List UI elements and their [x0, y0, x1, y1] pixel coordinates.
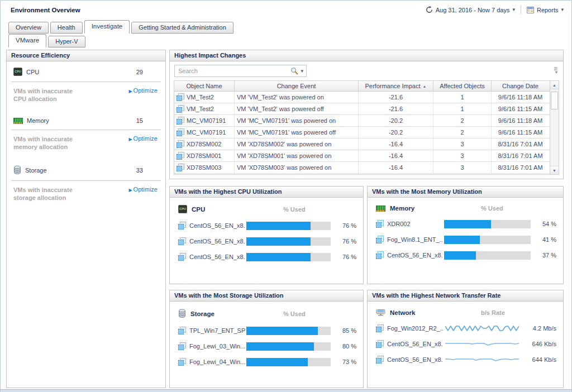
time-range-selector[interactable]: Aug 31, 2016 - Now 7 days ▾ — [426, 6, 515, 13]
column-header[interactable]: Change Event — [235, 81, 359, 91]
divider — [521, 6, 521, 14]
object-name: VM_Test2 — [187, 106, 214, 112]
transfer-rate-value: 644 Kb/s — [519, 356, 556, 363]
vm-name[interactable]: Fog_Win8.1_ENT_... — [387, 236, 443, 243]
change-event-cell: VM 'VM_Test2' was powered on — [235, 92, 359, 103]
sort-asc-icon: ▲ — [423, 84, 427, 88]
object-name: XD78SM002 — [187, 141, 221, 147]
vm-name[interactable]: Fog_Lewi_04_Win... — [189, 358, 245, 365]
tab-health[interactable]: Health — [50, 22, 83, 34]
change-event-cell: VM 'XD78SM003' was powered on — [235, 162, 359, 173]
vm-name[interactable]: XDR002 — [387, 221, 443, 227]
note-line: storage allocation — [13, 194, 128, 202]
performance-impact-cell: -16.4 — [359, 162, 433, 173]
usage-bar-fill — [246, 358, 308, 366]
environment-overview-page: Environment Overview Aug 31, 2016 - Now … — [0, 0, 572, 392]
panel-subheader: Storage % Used — [170, 302, 363, 323]
usage-bar-track — [246, 327, 331, 335]
vm-name[interactable]: CentOS_56_EN_x8... — [387, 252, 443, 259]
time-range-label: Aug 31, 2016 - Now 7 days — [436, 7, 510, 13]
column-header[interactable]: Change Date — [492, 81, 549, 91]
table-row[interactable]: VM_Test2VM 'VM_Test2' was powered on-21.… — [174, 92, 550, 103]
time-range-icon — [426, 6, 433, 13]
usage-bar-fill — [444, 251, 476, 260]
scroll-down-icon[interactable]: ▼ — [550, 166, 559, 174]
vm-icon — [376, 340, 384, 348]
metric-label: Memory — [27, 117, 132, 124]
tab-overview[interactable]: Overview — [8, 22, 49, 34]
column-header[interactable]: Affected Objects — [433, 81, 492, 91]
vertical-scrollbar[interactable]: ▲ ▼ — [550, 81, 559, 174]
vm-name[interactable]: CentOS_56_EN_x8... — [387, 356, 443, 363]
performance-impact-cell: -20.2 — [359, 127, 433, 138]
usage-bar-track — [444, 220, 531, 228]
optimize-link[interactable]: ▶Optimize — [128, 87, 159, 103]
reports-button[interactable]: Reports ▾ — [527, 7, 564, 13]
optimize-link[interactable]: ▶Optimize — [128, 135, 159, 151]
object-name-cell: VM_Test2 — [174, 103, 235, 114]
search-box[interactable]: ▾ — [174, 65, 307, 77]
chevron-down-icon: ▾ — [561, 7, 564, 12]
usage-value: 85 % — [336, 327, 356, 334]
vm-name[interactable]: TPL_Win7_ENT_SP... — [189, 327, 245, 334]
vm-icon — [178, 237, 186, 245]
search-icon[interactable] — [290, 67, 298, 75]
usage-bar-track — [444, 236, 531, 244]
tab-investigate[interactable]: Investigate — [84, 20, 130, 34]
top-bar: Environment Overview Aug 31, 2016 - Now … — [1, 1, 571, 21]
usage-bar-fill — [246, 253, 311, 261]
subtab-vmware[interactable]: VMware — [8, 34, 46, 47]
metric-label: CPU — [192, 206, 205, 213]
optimize-label: Optimize — [134, 87, 158, 94]
resource-metric-row: Storage33 — [7, 159, 165, 180]
search-input[interactable] — [178, 68, 288, 74]
vm-name[interactable]: Fog_Lewi_03_Win... — [189, 343, 245, 350]
table-customizer-icon[interactable]: ≡▾ — [554, 66, 557, 75]
change-event-cell: VM 'VM_Test2' was powered off — [235, 103, 359, 114]
table-row[interactable]: XD78SM003VM 'XD78SM003' was powered on-1… — [174, 162, 550, 174]
optimize-arrow-icon: ▶ — [128, 89, 132, 94]
vm-name[interactable]: Fog_Win2012_R2_... — [387, 325, 443, 332]
table-row[interactable]: XD78SM001VM 'XD78SM001' was powered on-1… — [174, 150, 550, 162]
table-row[interactable]: XD78SM002VM 'XD78SM002' was powered on-1… — [174, 138, 550, 150]
vm-name[interactable]: CentOS_56_EN_x8... — [189, 238, 245, 245]
vm-name[interactable]: CentOS_56_EN_x8... — [189, 254, 245, 260]
table-header-row: Object NameChange EventPerformance Impac… — [174, 81, 550, 92]
reports-label: Reports — [537, 7, 559, 13]
storage-icon — [13, 165, 21, 175]
scrollbar-track[interactable] — [550, 89, 559, 166]
vm-icon — [177, 140, 184, 148]
change-date-cell: 9/6/16 11:15 AM — [492, 127, 549, 138]
scroll-up-icon[interactable]: ▲ — [550, 81, 559, 89]
vm-name[interactable]: CentOS_56_EN_x8... — [189, 222, 245, 229]
column-header[interactable]: Performance Impact▲ — [359, 81, 433, 91]
storage-icon — [178, 309, 186, 318]
vm-icon — [178, 358, 186, 366]
transfer-sparkline — [445, 355, 519, 364]
panel-rows: Fog_Win2012_R2_...4.2 Mb/sCentOS_56_EN_x… — [368, 321, 563, 367]
optimize-link[interactable]: ▶Optimize — [128, 186, 159, 202]
subtab-hyper-v[interactable]: Hyper-V — [48, 36, 85, 47]
object-name: XD78SM001 — [187, 152, 221, 159]
reports-icon — [527, 7, 534, 13]
utilization-row: CentOS_56_EN_x8...76 % — [170, 218, 363, 233]
table-row[interactable]: MC_VM07191VM 'MC_VM07191' was powered on… — [174, 115, 550, 127]
vm-name[interactable]: CentOS_56_EN_x8... — [387, 341, 443, 347]
search-options-chevron-icon[interactable]: ▾ — [301, 69, 303, 74]
change-event-cell: VM 'MC_VM07191' was powered on — [235, 115, 359, 126]
note-text: VMs with inaccuratememory allocation — [13, 135, 128, 151]
scrollbar-thumb[interactable] — [551, 92, 558, 109]
optimize-label: Optimize — [134, 135, 158, 142]
column-header[interactable]: Object Name — [174, 81, 235, 91]
table-row[interactable]: VM_Test2VM 'VM_Test2' was powered off-21… — [174, 103, 550, 115]
chevron-down-icon: ▾ — [512, 7, 515, 12]
panel-subheader: CPU CPU % Used — [170, 198, 363, 218]
tab-getting-started-administration[interactable]: Getting Started & Administration — [131, 22, 233, 34]
vm-icon — [177, 128, 184, 136]
table-row[interactable]: MC_VM07191VM 'MC_VM07191' was powered of… — [174, 127, 550, 138]
resource-note-row: VMs with inaccurateCPU allocation▶Optimi… — [7, 82, 165, 111]
usage-bar-track — [444, 251, 531, 260]
usage-bar-track — [246, 342, 331, 351]
main-tab-bar: OverviewHealthInvestigateGetting Started… — [8, 21, 233, 34]
note-text: VMs with inaccurateCPU allocation — [13, 87, 128, 103]
